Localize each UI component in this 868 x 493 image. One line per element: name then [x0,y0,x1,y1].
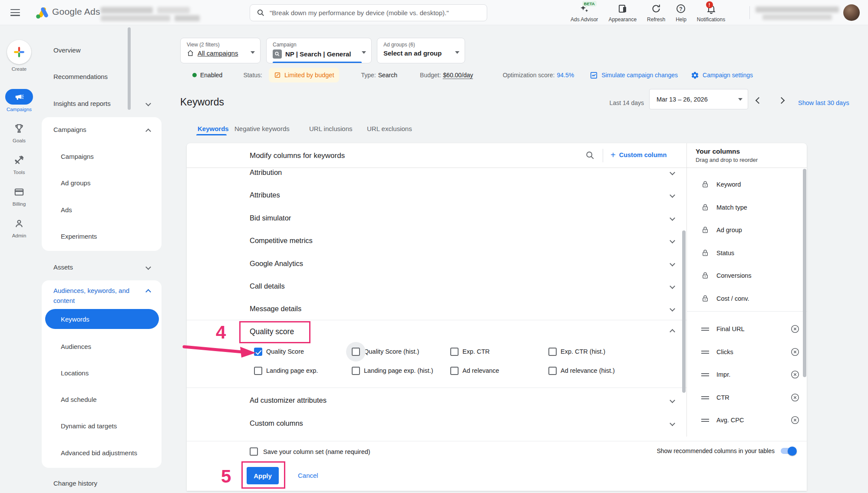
menu-icon[interactable] [10,9,20,16]
campaign-settings-link[interactable]: Campaign settings [691,71,753,79]
checkbox-ad-relevance[interactable]: Ad relevance [450,361,548,380]
chevron-down-icon[interactable] [670,421,675,426]
rail-item-billing[interactable]: Billing [0,186,38,207]
sidebar-item-locations[interactable]: Locations [61,369,89,377]
chevron-down-icon[interactable] [670,192,675,198]
section-ad-customizer-attributes[interactable]: Ad customizer attributes [187,389,686,411]
tab-keywords[interactable]: Keywords [198,125,229,132]
drag-handle-icon[interactable] [701,373,709,376]
ads-advisor-button[interactable]: BETA Ads Advisor [571,3,598,23]
chevron-down-icon[interactable] [145,264,151,270]
section-custom-columns[interactable]: Custom columns [187,412,686,434]
chevron-up-icon[interactable] [670,329,675,335]
tab-url-exclusions[interactable]: URL exclusions [367,125,412,132]
sidebar-group-campaigns[interactable]: Campaigns [53,126,86,133]
sidebar-item-insights[interactable]: Insights and reports [53,100,111,107]
simulate-campaign-changes-link[interactable]: Simulate campaign changes [590,71,678,79]
sidebar-item-advanced-bid-adjustments[interactable]: Advanced bid adjustments [61,449,137,457]
tab-negative-keywords[interactable]: Negative keywords [234,125,290,132]
ad-group-selector-chip[interactable]: Ad groups (6) Select an ad group [377,38,465,63]
chevron-down-icon[interactable] [670,398,675,403]
drag-handle-icon[interactable] [701,328,709,331]
rail-item-campaigns[interactable]: Campaigns [0,89,38,112]
sidebar-group-audiences-keywords-content[interactable]: Audiences, keywords, and content [53,286,142,306]
remove-column-icon[interactable] [790,415,800,425]
drag-handle-icon[interactable] [701,351,709,354]
section-google-analytics[interactable]: Google Analytics [187,252,686,275]
sidebar-item-recommendations[interactable]: Recommendations [53,73,108,80]
checkbox-ad-relevance-hist[interactable]: Ad relevance (hist.) [548,361,686,380]
draggable-column-avg-cpc[interactable]: Avg. CPC [686,409,807,431]
chevron-down-icon[interactable] [145,101,151,106]
nav-scrollbar[interactable] [128,27,131,110]
remove-column-icon[interactable] [790,370,800,379]
sidebar-item-ad-schedule[interactable]: Ad schedule [61,396,97,403]
sidebar-item-ad-groups[interactable]: Ad groups [61,179,90,187]
sidebar-item-campaigns[interactable]: Campaigns [61,153,94,160]
section-attribution[interactable]: Attribution [187,161,686,184]
chevron-down-icon[interactable] [670,261,675,266]
checkbox-exp-ctr-hist[interactable]: Exp. CTR (hist.) [548,342,686,361]
section-bid-simulator[interactable]: Bid simulator [187,207,686,229]
chevron-down-icon[interactable] [670,215,675,221]
help-button[interactable]: ? Help [676,3,686,23]
your-columns-scrollbar[interactable] [803,169,806,377]
rail-item-admin[interactable]: Admin [0,218,38,238]
previous-period-button[interactable] [756,97,761,105]
sidebar-item-keywords-active[interactable]: Keywords [45,309,159,329]
create-button[interactable]: Create [0,40,38,72]
apply-button[interactable]: Apply [247,467,279,484]
custom-column-button[interactable]: + Custom column [611,151,667,159]
tab-url-inclusions[interactable]: URL inclusions [309,125,353,132]
checkbox-landing-page-exp[interactable]: Landing page exp. [254,361,352,380]
draggable-column-clicks[interactable]: Clicks [686,341,807,363]
checkbox-quality-score[interactable]: Quality Score [254,342,352,361]
section-quality-score[interactable]: Quality score [187,320,686,343]
rail-item-tools[interactable]: Tools [0,154,38,175]
sidebar-item-dynamic-ad-targets[interactable]: Dynamic ad targets [61,422,117,430]
limited-by-budget-badge[interactable]: Limited by budget [269,68,339,82]
chevron-down-icon[interactable] [670,170,675,175]
draggable-column-impr[interactable]: Impr. [686,363,807,386]
notifications-button[interactable]: ! Notifications [697,3,725,23]
appearance-button[interactable]: Appearance [608,3,637,23]
campaign-selector-chip[interactable]: Campaign NP | Search | General [266,38,372,63]
view-filter-chip[interactable]: View (2 filters) All campaigns [180,38,261,63]
next-period-button[interactable] [779,97,784,105]
remove-column-icon[interactable] [790,347,800,357]
show-last-30-days-link[interactable]: Show last 30 days [798,99,849,106]
sidebar-item-change-history[interactable]: Change history [53,480,97,487]
save-column-set-checkbox[interactable]: Save your column set (name required) [250,447,370,456]
drag-handle-icon[interactable] [701,396,709,399]
draggable-column-final-url[interactable]: Final URL [686,318,807,340]
sidebar-item-audiences[interactable]: Audiences [61,343,91,350]
remove-column-icon[interactable] [790,324,800,334]
section-attributes[interactable]: Attributes [187,184,686,206]
section-message-details[interactable]: Message details [187,297,686,320]
chevron-down-icon[interactable] [670,306,675,312]
section-call-details[interactable]: Call details [187,275,686,297]
avatar[interactable] [843,4,860,21]
chevron-down-icon[interactable] [670,238,675,243]
section-competitive-metrics[interactable]: Competitive metrics [187,229,686,252]
budget-value[interactable]: $60.00/day [443,72,473,79]
rail-item-goals[interactable]: Goals [0,123,38,143]
date-range-picker[interactable]: Mar 13 – 26, 2026 [649,89,748,109]
checkbox-landing-page-exp-hist[interactable]: Landing page exp. (hist.) [352,361,450,380]
drag-handle-icon[interactable] [701,419,709,422]
search-columns-icon[interactable] [585,151,595,162]
draggable-column-ctr[interactable]: CTR [686,386,807,409]
checkbox-quality-score-hist[interactable]: Quality Score (hist.) [352,342,450,361]
refresh-button[interactable]: Refresh [647,3,665,23]
remove-column-icon[interactable] [790,393,800,402]
checkbox-exp-ctr[interactable]: Exp. CTR [450,342,548,361]
show-recommended-toggle[interactable] [781,448,795,454]
cancel-button[interactable]: Cancel [298,472,318,479]
sidebar-item-overview[interactable]: Overview [53,46,81,54]
chevron-down-icon[interactable] [670,283,675,289]
panel-scrollbar[interactable] [682,230,686,393]
sidebar-item-assets[interactable]: Assets [53,263,73,271]
search-input[interactable]: "Break down my performance by device (mo… [250,4,487,21]
sidebar-item-experiments[interactable]: Experiments [61,233,97,240]
sidebar-item-ads[interactable]: Ads [61,206,72,214]
